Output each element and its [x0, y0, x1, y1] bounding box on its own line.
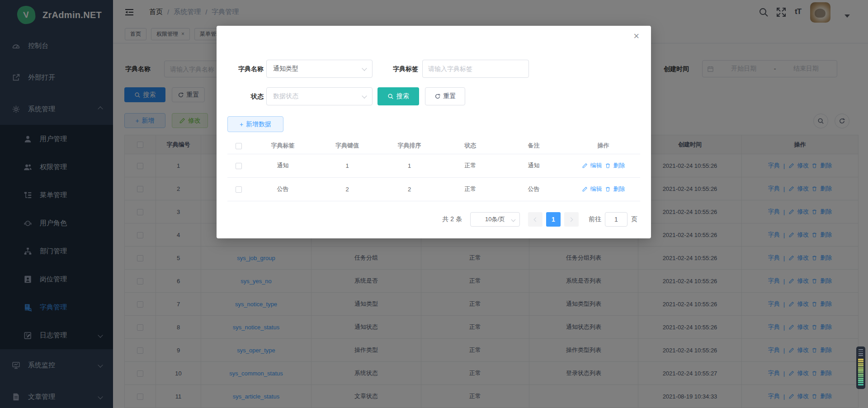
status-cell: 正常 — [440, 154, 501, 177]
select-placeholder: 数据状态 — [273, 92, 298, 100]
page-size-select[interactable]: 10条/页 — [470, 212, 520, 227]
prev-page-button[interactable] — [528, 212, 542, 227]
dict-sort-cell: 2 — [379, 177, 440, 201]
dialog-reset-label: 重置 — [443, 92, 456, 100]
pencil-icon — [582, 186, 588, 192]
scroll-indicator[interactable] — [856, 346, 865, 389]
dialog-status-label: 状态 — [227, 87, 264, 105]
dialog-add-data-button[interactable]: + 新增数据 — [227, 116, 283, 132]
goto-page-input[interactable] — [605, 212, 627, 227]
app-root: V ZrAdmin.NET 控制台 外部打开 系统管理 用户管理 — [0, 0, 868, 408]
select-all-checkbox[interactable] — [236, 143, 242, 149]
status-cell: 正常 — [440, 177, 501, 201]
delete-link[interactable]: 删除 — [613, 161, 625, 170]
chevron-left-icon — [534, 217, 538, 222]
dict-label-cell: 公告 — [250, 177, 316, 201]
selected-value: 通知类型 — [273, 65, 298, 73]
page-size-value: 10条/页 — [485, 215, 505, 223]
dialog-dict-name-select[interactable]: 通知类型 — [266, 60, 373, 78]
dict-label-cell: 通知 — [250, 154, 316, 177]
dialog-search-button[interactable]: 搜索 — [377, 87, 419, 105]
trash-icon — [605, 163, 611, 169]
dialog-table-header-row: 字典标签 字典键值 字典排序 状态 备注 操作 — [227, 138, 640, 154]
select-all-header — [227, 138, 250, 154]
plus-icon: + — [240, 121, 243, 128]
pencil-icon — [582, 163, 588, 169]
dialog-dict-label-label: 字典标签 — [382, 60, 418, 78]
goto-label: 前往 — [589, 215, 601, 223]
dict-data-table: 字典标签 字典键值 字典排序 状态 备注 操作 通知 1 1 正常 通知 编辑删… — [227, 138, 640, 201]
edit-link[interactable]: 编辑 — [590, 161, 602, 170]
edit-link[interactable]: 编辑 — [590, 185, 602, 193]
dialog-table-row: 公告 2 2 正常 公告 编辑删除 — [227, 177, 640, 201]
page-unit-label: 页 — [631, 215, 637, 223]
chevron-right-icon — [569, 217, 573, 222]
pagination-total: 共 2 条 — [442, 215, 462, 223]
search-icon — [387, 93, 394, 100]
dialog-add-data-label: 新增数据 — [246, 120, 271, 128]
scroll-indicator-dashes — [859, 349, 863, 356]
close-icon[interactable]: × — [633, 31, 639, 41]
row-checkbox[interactable] — [236, 186, 242, 193]
dialog-status-select[interactable]: 数据状态 — [266, 87, 373, 105]
dialog-dict-name-label: 字典名称 — [227, 60, 264, 78]
trash-icon — [605, 186, 611, 192]
refresh-icon — [434, 93, 441, 100]
dialog-search-label: 搜索 — [396, 92, 409, 100]
dialog-reset-button[interactable]: 重置 — [425, 87, 465, 105]
remark-cell: 通知 — [501, 154, 566, 177]
col-dict-value: 字典键值 — [316, 138, 379, 154]
dict-sort-cell: 1 — [379, 154, 440, 177]
next-page-button[interactable] — [564, 212, 579, 227]
dict-data-dialog: × 字典名称 通知类型 字典标签 状态 数据状态 搜索 重置 + 新增数据 — [217, 26, 651, 238]
row-checkbox[interactable] — [236, 163, 242, 169]
dict-value-cell: 1 — [316, 154, 379, 177]
chevron-down-icon — [362, 66, 367, 71]
col-dict-sort: 字典排序 — [379, 138, 440, 154]
col-remark: 备注 — [501, 138, 566, 154]
scroll-indicator-stripes — [858, 358, 863, 386]
col-actions: 操作 — [566, 138, 640, 154]
current-page-button[interactable]: 1 — [546, 212, 561, 227]
remark-cell: 公告 — [501, 177, 566, 201]
chevron-down-icon — [511, 218, 516, 222]
col-status: 状态 — [440, 138, 501, 154]
dialog-pagination: 共 2 条 10条/页 1 前往 页 — [227, 212, 637, 227]
chevron-down-icon — [362, 93, 367, 98]
dict-value-cell: 2 — [316, 177, 379, 201]
delete-link[interactable]: 删除 — [613, 185, 625, 193]
dialog-dict-label-input[interactable] — [422, 60, 529, 78]
col-dict-label: 字典标签 — [250, 138, 316, 154]
dialog-table-row: 通知 1 1 正常 通知 编辑删除 — [227, 154, 640, 177]
